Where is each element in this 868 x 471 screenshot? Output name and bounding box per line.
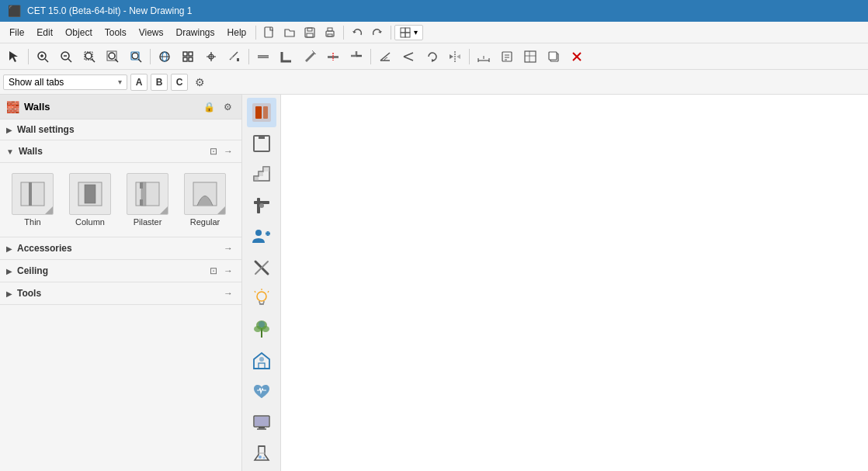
- strip-health-button[interactable]: [247, 377, 276, 407]
- copy-button[interactable]: [543, 46, 564, 68]
- redo-button[interactable]: [367, 24, 387, 41]
- strip-stairs-button[interactable]: [247, 160, 276, 189]
- accessories-chevron: ▶: [6, 244, 12, 253]
- tools-section[interactable]: ▶ Tools →: [0, 282, 241, 305]
- zoom-selection-button[interactable]: [125, 46, 147, 68]
- open-file-button[interactable]: [279, 24, 300, 41]
- svg-line-91: [255, 291, 255, 293]
- wall-join-button[interactable]: [345, 46, 367, 68]
- svg-point-104: [259, 455, 262, 459]
- menu-file[interactable]: File: [3, 24, 30, 41]
- delete-button[interactable]: [566, 46, 588, 68]
- viewport-dropdown[interactable]: ▾: [394, 25, 423, 40]
- wall-item-thin[interactable]: Thin: [6, 169, 59, 230]
- mirror-button[interactable]: [444, 46, 466, 68]
- angle-button[interactable]: [374, 46, 396, 68]
- wall-thin-label: Thin: [24, 217, 40, 227]
- strip-computer-icon: [251, 412, 273, 434]
- strip-plumbing-button[interactable]: [247, 191, 276, 220]
- wall-regular-label: Regular: [190, 217, 220, 227]
- zoom-out-button[interactable]: [55, 46, 77, 68]
- svg-line-20: [92, 59, 95, 62]
- wall-draw-button[interactable]: [252, 46, 274, 68]
- print-icon: [324, 26, 336, 39]
- toolbar-sep-5: [469, 49, 470, 64]
- tab-b[interactable]: B: [151, 74, 168, 91]
- zoom-window-button[interactable]: [78, 46, 100, 68]
- strip-computer-button[interactable]: [247, 408, 276, 438]
- strip-home-button[interactable]: [247, 346, 276, 376]
- orbit-button[interactable]: [154, 46, 175, 68]
- measure-icon: [227, 50, 241, 64]
- tab-a[interactable]: A: [130, 74, 148, 91]
- tools-label: Tools: [17, 288, 221, 299]
- strip-plumbing-icon: [251, 195, 273, 216]
- tabs-settings-button[interactable]: ⚙: [191, 74, 208, 91]
- strip-tools-button[interactable]: [247, 253, 276, 282]
- canvas-area[interactable]: [281, 95, 868, 471]
- strip-walls-button[interactable]: [247, 98, 276, 127]
- undo-icon: [351, 26, 363, 39]
- wall-settings-chevron: ▶: [6, 126, 12, 134]
- tab-c[interactable]: C: [171, 74, 188, 91]
- tools-action[interactable]: →: [221, 287, 235, 300]
- wall-edit-button[interactable]: [299, 46, 321, 68]
- menu-views[interactable]: Views: [133, 24, 170, 41]
- wall-item-pilaster[interactable]: Pilaster: [121, 169, 174, 230]
- svg-rect-35: [237, 58, 239, 61]
- wall-settings-section[interactable]: ▶ Wall settings: [0, 119, 241, 140]
- menu-tools[interactable]: Tools: [99, 24, 133, 41]
- wall-item-regular[interactable]: Regular: [179, 169, 231, 230]
- svg-rect-96: [259, 363, 265, 369]
- menu-edit[interactable]: Edit: [30, 24, 59, 41]
- save-file-icon: [304, 26, 316, 39]
- ceiling-section[interactable]: ▶ Ceiling ⊡ →: [0, 260, 241, 282]
- strip-add-person-button[interactable]: [247, 222, 276, 251]
- walls-section-action1[interactable]: ⊡: [207, 145, 220, 158]
- zoom-in-button[interactable]: [32, 46, 54, 68]
- walls-section-action2[interactable]: →: [221, 145, 235, 158]
- menu-drawings[interactable]: Drawings: [170, 24, 221, 41]
- wall-regular-icon: [184, 173, 226, 215]
- copy-icon: [547, 50, 561, 64]
- measure-button[interactable]: [224, 46, 245, 68]
- dim-button[interactable]: [473, 46, 495, 68]
- wall-split-button[interactable]: [322, 46, 344, 68]
- angle2-button[interactable]: [398, 46, 419, 68]
- grid-button[interactable]: [519, 46, 541, 68]
- menu-object[interactable]: Object: [59, 24, 99, 41]
- menu-separator-2: [343, 26, 344, 40]
- svg-rect-32: [183, 57, 187, 61]
- zoom-fit-button[interactable]: [102, 46, 123, 68]
- strip-lab-button[interactable]: [247, 439, 276, 469]
- svg-line-14: [45, 59, 48, 62]
- select-tool-button[interactable]: [3, 46, 25, 68]
- new-file-button[interactable]: [259, 24, 279, 41]
- wall-item-column[interactable]: Column: [64, 169, 116, 230]
- walls-section-header[interactable]: ▼ Walls ⊡ →: [0, 140, 241, 163]
- strip-lighting-button[interactable]: [247, 284, 276, 313]
- panel-settings-button[interactable]: ⚙: [220, 99, 235, 115]
- strip-structural-icon: [251, 133, 273, 154]
- rotate-button[interactable]: [421, 46, 443, 68]
- ceiling-action1[interactable]: ⊡: [207, 265, 220, 277]
- strip-plants-button[interactable]: [247, 315, 276, 345]
- snap-button[interactable]: [177, 46, 199, 68]
- snap2-button[interactable]: [200, 46, 222, 68]
- accessories-action[interactable]: →: [221, 242, 235, 255]
- menu-help[interactable]: Help: [221, 24, 253, 41]
- panel-lock-button[interactable]: 🔒: [201, 99, 217, 115]
- strip-structural-button[interactable]: [247, 129, 276, 158]
- print-button[interactable]: [320, 24, 340, 41]
- redo-icon: [371, 26, 384, 39]
- undo-button[interactable]: [347, 24, 367, 41]
- save-file-button[interactable]: [300, 24, 320, 41]
- wall-l-button[interactable]: [276, 46, 297, 68]
- wall-column-icon: [69, 173, 111, 215]
- show-all-tabs-dropdown[interactable]: Show all tabs ▾: [3, 74, 127, 90]
- menubar: File Edit Object Tools Views Drawings He…: [0, 22, 868, 43]
- note-button[interactable]: [496, 46, 518, 68]
- ceiling-action2[interactable]: →: [221, 265, 235, 277]
- accessories-section[interactable]: ▶ Accessories →: [0, 237, 241, 260]
- svg-rect-68: [140, 199, 143, 206]
